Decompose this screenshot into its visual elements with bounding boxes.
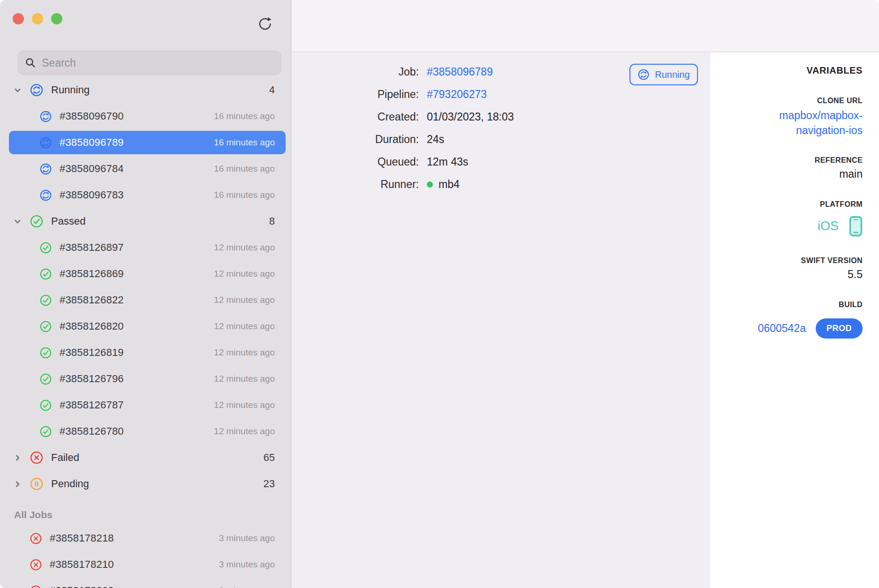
check-circle-icon xyxy=(39,347,52,359)
pause-circle-icon xyxy=(30,477,44,491)
job-list-item[interactable]: #3858126897 12 minutes ago xyxy=(0,234,291,261)
detail-label: Runner: xyxy=(292,177,419,192)
chevron-right-icon[interactable] xyxy=(12,453,23,462)
job-list-item[interactable]: #3858178208 3 minutes ago xyxy=(0,578,291,588)
group-label: Failed xyxy=(51,452,79,464)
zoom-icon[interactable] xyxy=(51,13,62,24)
pipeline-link[interactable]: #793206273 xyxy=(427,87,514,102)
app-window: Running 4 #3858096790 16 minutes ago #38… xyxy=(0,0,879,588)
platform-row: iOS xyxy=(720,215,863,237)
x-circle-icon xyxy=(30,585,42,588)
job-timestamp: 16 minutes ago xyxy=(214,111,275,121)
job-list-item[interactable]: #3858126819 12 minutes ago xyxy=(0,339,291,366)
job-list-item[interactable]: #3858096783 16 minutes ago xyxy=(0,182,291,208)
job-timestamp: 12 minutes ago xyxy=(214,426,275,437)
job-list-item[interactable]: #3858126822 12 minutes ago xyxy=(0,287,291,313)
job-timestamp: 12 minutes ago xyxy=(214,321,275,332)
job-id: #3858126822 xyxy=(60,294,124,306)
job-id: #3858126819 xyxy=(60,347,124,359)
detail-label: Pipeline: xyxy=(292,87,419,102)
job-id: #3858178208 xyxy=(50,585,114,588)
group-pending[interactable]: Pending 23 xyxy=(0,471,291,497)
job-timestamp: 3 minutes ago xyxy=(219,559,275,570)
panel-title: VARIABLES xyxy=(720,65,863,76)
job-list-item[interactable]: #3858126796 12 minutes ago xyxy=(0,366,291,392)
group-running[interactable]: Running 4 xyxy=(0,77,291,103)
job-list-item-selected[interactable]: #3858096789 16 minutes ago xyxy=(9,131,286,154)
x-circle-icon xyxy=(30,532,42,545)
job-id: #3858126820 xyxy=(60,320,124,332)
job-id: #3858126869 xyxy=(60,268,124,280)
job-id: #3858126780 xyxy=(60,425,124,437)
reference-label: REFERENCE xyxy=(720,156,863,165)
detail-label: Duration: xyxy=(292,132,419,147)
minimize-icon[interactable] xyxy=(32,13,43,24)
sync-icon xyxy=(30,83,44,97)
sync-icon xyxy=(39,136,52,149)
detail-value: 12m 43s xyxy=(427,154,514,169)
reference-value: main xyxy=(720,167,863,181)
title-bar xyxy=(292,0,879,52)
job-id: #3858126796 xyxy=(60,373,124,385)
job-id: #3858126897 xyxy=(60,241,124,254)
window-controls xyxy=(13,13,62,24)
job-id: #3858096789 xyxy=(60,136,124,149)
sync-icon xyxy=(39,189,52,202)
job-id: #3858178210 xyxy=(50,558,114,571)
job-list-item[interactable]: #3858178218 3 minutes ago xyxy=(0,525,291,551)
job-timestamp: 12 minutes ago xyxy=(214,295,275,305)
group-count: 8 xyxy=(269,215,275,227)
x-circle-icon xyxy=(30,451,44,465)
group-label: Pending xyxy=(51,478,89,490)
job-list-item[interactable]: #3858096790 16 minutes ago xyxy=(0,103,291,129)
x-circle-icon xyxy=(30,558,42,571)
job-timestamp: 16 minutes ago xyxy=(214,190,275,200)
job-list-item[interactable]: #3858126869 12 minutes ago xyxy=(0,261,291,287)
group-label: Passed xyxy=(51,215,85,227)
close-icon[interactable] xyxy=(13,13,24,24)
check-circle-icon xyxy=(39,373,52,385)
build-row: 0600542a PROD xyxy=(720,318,863,339)
sync-icon xyxy=(39,110,52,123)
job-list-item[interactable]: #3858096784 16 minutes ago xyxy=(0,156,291,182)
check-circle-icon xyxy=(39,320,52,333)
check-circle-icon xyxy=(39,399,52,412)
detail-label: Created: xyxy=(292,109,419,124)
detail-value: 01/03/2023, 18:03 xyxy=(427,109,514,124)
status-badge: Running xyxy=(629,64,698,85)
chevron-down-icon[interactable] xyxy=(12,86,23,95)
group-label: Running xyxy=(51,84,90,96)
detail-label: Job: xyxy=(292,64,419,79)
search-field xyxy=(18,51,281,75)
job-details: Job:#3858096789Pipeline:#793206273Create… xyxy=(292,64,514,192)
clone-url-link[interactable]: mapbox/mapbox-navigation-ios xyxy=(757,108,863,138)
refresh-button[interactable] xyxy=(256,15,275,34)
job-timestamp: 16 minutes ago xyxy=(214,164,275,174)
group-passed[interactable]: Passed 8 xyxy=(0,208,291,234)
job-timestamp: 12 minutes ago xyxy=(214,242,275,253)
job-timestamp: 12 minutes ago xyxy=(214,400,275,410)
chevron-down-icon[interactable] xyxy=(12,217,23,226)
refresh-icon xyxy=(256,15,275,33)
sync-icon xyxy=(39,163,52,175)
clone-url-label: CLONE URL xyxy=(720,96,863,106)
detail-label: Queued: xyxy=(292,154,419,169)
check-circle-icon xyxy=(39,425,52,438)
search-input[interactable] xyxy=(42,57,274,69)
job-list-item[interactable]: #3858126787 12 minutes ago xyxy=(0,392,291,418)
build-commit-link[interactable]: 0600542a xyxy=(758,322,806,335)
chevron-right-icon[interactable] xyxy=(12,480,23,489)
group-failed[interactable]: Failed 65 xyxy=(0,445,291,471)
check-circle-icon xyxy=(39,294,52,307)
job-list-item[interactable]: #3858126820 12 minutes ago xyxy=(0,313,291,339)
job-timestamp: 12 minutes ago xyxy=(214,374,275,384)
prod-badge: PROD xyxy=(816,318,863,339)
job-list-item[interactable]: #3858178210 3 minutes ago xyxy=(0,551,291,578)
job-id: #3858126787 xyxy=(60,399,124,411)
job-link[interactable]: #3858096789 xyxy=(427,64,514,79)
search-icon xyxy=(25,57,36,68)
check-circle-icon xyxy=(39,268,52,280)
phone-icon xyxy=(849,216,863,237)
job-list-item[interactable]: #3858126780 12 minutes ago xyxy=(0,418,291,445)
check-circle-icon xyxy=(39,241,52,254)
